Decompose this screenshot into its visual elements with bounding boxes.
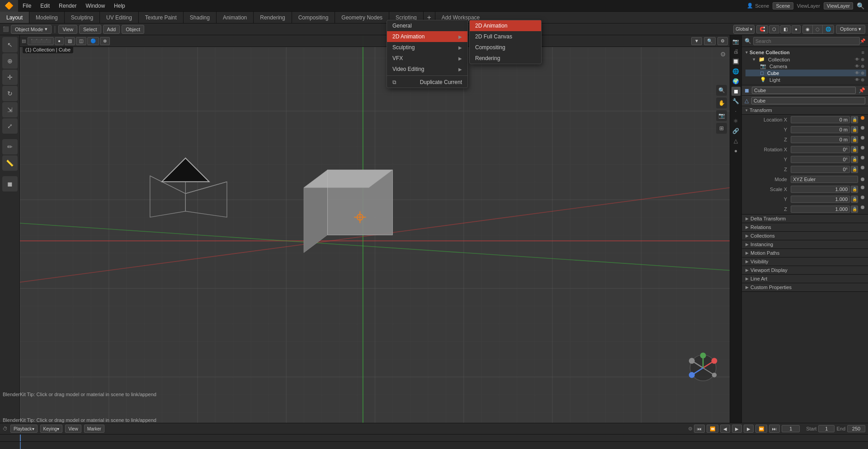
view-layer-select[interactable]: ViewLayer: [824, 2, 853, 9]
camera-item[interactable]: 📷 Camera 👁 ⊕: [745, 63, 866, 70]
material-mode-btn[interactable]: ◌: [812, 25, 822, 33]
object-mode-btn[interactable]: Object Mode ▾: [11, 25, 52, 34]
cube-select-icon[interactable]: ⊕: [861, 70, 864, 75]
tab-shading[interactable]: Shading: [184, 12, 217, 23]
duplicate-current-item[interactable]: ⧉ Duplicate Current: [387, 77, 467, 88]
pin-icon[interactable]: 📌: [860, 38, 865, 43]
rotation-x-value[interactable]: 0°: [791, 146, 850, 153]
menu-edit[interactable]: Edit: [36, 0, 54, 11]
move-tool[interactable]: ✛: [2, 70, 18, 85]
select-btn[interactable]: Select: [79, 25, 101, 34]
light-select-icon[interactable]: ⊕: [861, 77, 864, 82]
mesh-name-input[interactable]: [751, 97, 865, 104]
viewport-render-mode[interactable]: 🔵: [87, 37, 99, 45]
prop-render-icon[interactable]: 📷: [731, 37, 741, 46]
location-z-lock[interactable]: 🔒: [851, 136, 858, 143]
measure-tool[interactable]: 📏: [2, 155, 18, 171]
submenu-rendering[interactable]: Rendering: [470, 53, 541, 64]
light-eye-icon[interactable]: 👁: [855, 77, 859, 82]
scale-x-lock[interactable]: 🔒: [851, 186, 858, 193]
solid-mode-btn[interactable]: ◉: [803, 25, 812, 33]
playback-btn[interactable]: Playback ▾: [10, 425, 38, 433]
prev-frame-btn[interactable]: ⏪: [707, 425, 718, 433]
keying-btn[interactable]: Keying ▾: [40, 425, 63, 433]
search-icon-top[interactable]: 🔍: [857, 2, 864, 9]
tab-uv-editing[interactable]: UV Editing: [100, 12, 139, 23]
add-cube-tool[interactable]: ◼: [2, 176, 18, 192]
rotation-z-lock[interactable]: 🔒: [851, 166, 858, 173]
viewport-shading-mode[interactable]: ●: [55, 37, 64, 45]
prop-modifiers-icon[interactable]: 🔧: [731, 97, 741, 106]
camera-eye-icon[interactable]: 👁: [855, 64, 859, 69]
pin-object-icon[interactable]: 📌: [859, 87, 865, 94]
viewport-xray-toggle[interactable]: ◫: [76, 37, 86, 45]
viewport-options-btn[interactable]: ▼: [691, 37, 702, 45]
tab-compositing[interactable]: Compositing: [292, 12, 335, 23]
tab-sculpting[interactable]: Sculpting: [65, 12, 100, 23]
viewport-overlay-toggle[interactable]: ▧: [65, 37, 75, 45]
tab-geometry-nodes[interactable]: Geometry Nodes: [335, 12, 389, 23]
submenu-2d-animation[interactable]: 2D Animation: [470, 20, 541, 31]
rotation-x-lock[interactable]: 🔒: [851, 146, 858, 153]
scale-z-value[interactable]: 1.000: [791, 206, 850, 213]
rendered-mode-btn[interactable]: 🌐: [822, 25, 834, 33]
current-frame-display[interactable]: 1: [782, 425, 800, 432]
motion-paths-section[interactable]: ▶ Motion Paths: [742, 249, 868, 257]
sculpting-item[interactable]: Sculpting ▶: [387, 42, 467, 53]
camera-select-icon[interactable]: ⊕: [861, 64, 864, 69]
scale-y-value[interactable]: 1.000: [791, 196, 850, 203]
menu-window[interactable]: Window: [81, 0, 109, 11]
collections-section[interactable]: ▶ Collections: [742, 232, 868, 240]
cube-item[interactable]: ◻ Cube 👁 ⊕: [745, 70, 866, 76]
prop-material-icon[interactable]: ●: [731, 146, 741, 155]
rotation-y-value[interactable]: 0°: [791, 156, 850, 163]
rotation-y-lock[interactable]: 🔒: [851, 156, 858, 163]
scale-z-lock[interactable]: 🔒: [851, 206, 858, 213]
cursor-tool[interactable]: ⊕: [2, 53, 18, 69]
prop-physics-icon[interactable]: ⚛: [731, 117, 741, 126]
prop-particles-icon[interactable]: ·: [731, 107, 741, 116]
viewport-filter-btn[interactable]: 🔍: [704, 37, 716, 45]
camera-view-icon[interactable]: 📷: [716, 110, 727, 121]
instancing-section[interactable]: ▶ Instancing: [742, 240, 868, 249]
viewport-gizmo-toggle[interactable]: ⊕: [100, 37, 110, 45]
scale-y-lock[interactable]: 🔒: [851, 196, 858, 203]
scale-x-value[interactable]: 1.000: [791, 186, 850, 193]
menu-help[interactable]: Help: [109, 0, 130, 11]
cube-eye-icon[interactable]: 👁: [855, 70, 859, 75]
options-btn[interactable]: Options ▾: [836, 25, 865, 34]
zoom-icon[interactable]: 🔍: [716, 85, 727, 96]
general-item[interactable]: General: [387, 20, 467, 31]
viewport-display-section[interactable]: ▶ Viewport Display: [742, 266, 868, 275]
tab-modeling[interactable]: Modeling: [29, 12, 65, 23]
object-btn[interactable]: Object: [122, 25, 144, 34]
delta-transform-section[interactable]: ▶ Delta Transform: [742, 215, 868, 223]
timeline-track[interactable]: [0, 442, 868, 449]
next-frame-btn[interactable]: ⏩: [755, 425, 767, 433]
grid-icon[interactable]: ⊞: [716, 123, 727, 134]
location-x-value[interactable]: 0 m: [791, 116, 850, 123]
location-y-lock[interactable]: 🔒: [851, 126, 858, 133]
prop-world-icon[interactable]: 🌍: [731, 77, 741, 86]
location-z-value[interactable]: 0 m: [791, 136, 850, 143]
2d-animation-item[interactable]: 2D Animation ▶: [387, 31, 467, 42]
prev-keyframe-btn[interactable]: ◀: [720, 425, 730, 433]
next-keyframe-btn[interactable]: ▶: [744, 425, 754, 433]
visibility-section[interactable]: ▶ Visibility: [742, 257, 868, 266]
tab-animation[interactable]: Animation: [217, 12, 254, 23]
eye-icon[interactable]: 👁: [855, 57, 859, 62]
submenu-compositing[interactable]: Compositing: [470, 42, 541, 53]
light-item[interactable]: 💡 Light 👁 ⊕: [745, 76, 866, 83]
jump-start-btn[interactable]: ⏮: [694, 425, 705, 433]
tab-texture-paint[interactable]: Texture Paint: [139, 12, 184, 23]
prop-output-icon[interactable]: 🖨: [731, 47, 741, 56]
filter-icon-collection[interactable]: ≡: [862, 50, 864, 55]
prop-object-icon[interactable]: ◼: [731, 87, 741, 96]
start-frame-input[interactable]: 1: [818, 425, 835, 432]
prop-view-layer-icon[interactable]: 🔲: [731, 57, 741, 66]
shading-btn[interactable]: ●: [792, 25, 801, 33]
prop-scene-icon[interactable]: 🌐: [731, 67, 741, 76]
view-timeline-btn[interactable]: View: [65, 425, 81, 433]
annotate-tool[interactable]: ✏: [2, 139, 18, 154]
menu-file[interactable]: File: [18, 0, 36, 11]
